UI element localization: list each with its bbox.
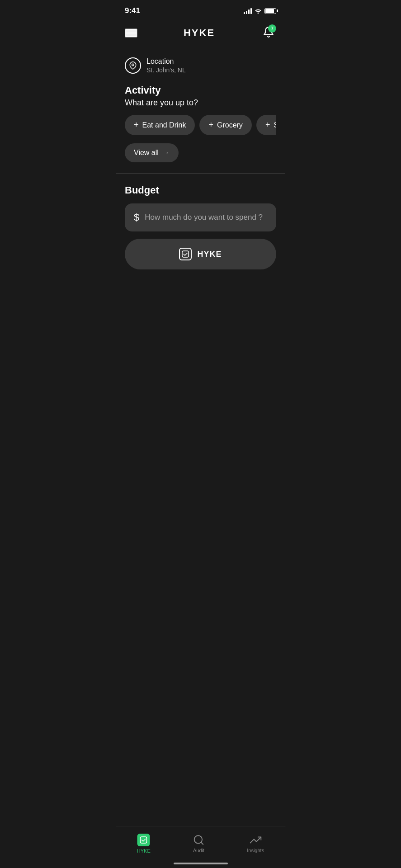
- notification-badge: 7: [268, 24, 276, 33]
- hamburger-line: [126, 29, 137, 30]
- menu-button[interactable]: [125, 28, 137, 38]
- status-icons: [244, 8, 276, 14]
- section-divider: [116, 173, 285, 174]
- signal-icon: [244, 8, 252, 14]
- pin-icon: [129, 61, 137, 70]
- activity-title: Activity: [125, 85, 276, 96]
- pill-shopping[interactable]: + Shopping: [256, 115, 276, 135]
- status-time: 9:41: [125, 6, 140, 15]
- budget-input-wrapper: $: [125, 203, 276, 231]
- location-label: Location: [146, 57, 186, 66]
- battery-icon: [264, 8, 276, 14]
- location-text: Location St. John's, NL: [146, 57, 186, 74]
- app-title: HYKE: [184, 27, 215, 39]
- header: HYKE 7: [116, 20, 285, 50]
- pill-label: Shopping: [274, 121, 276, 129]
- notification-button[interactable]: 7: [261, 24, 276, 41]
- dollar-sign-icon: $: [134, 212, 139, 223]
- status-bar: 9:41: [116, 0, 285, 20]
- location-section: Location St. John's, NL: [125, 50, 276, 85]
- budget-input[interactable]: [145, 213, 267, 222]
- hyke-logo-icon: [179, 248, 192, 260]
- location-pin-icon: [125, 57, 141, 74]
- view-all-button[interactable]: View all →: [125, 143, 179, 162]
- plus-icon: +: [134, 120, 139, 130]
- view-all-label: View all: [134, 149, 159, 157]
- hamburger-line: [126, 36, 137, 37]
- view-all-arrow: →: [162, 149, 170, 157]
- budget-section: Budget $ HYKE: [125, 184, 276, 280]
- hyke-button[interactable]: HYKE: [125, 239, 276, 269]
- main-content: Location St. John's, NL Activity What ar…: [116, 50, 285, 280]
- hyke-icon-svg: [182, 250, 189, 258]
- pill-label: Grocery: [217, 121, 243, 129]
- location-value: St. John's, NL: [146, 66, 186, 74]
- activity-pills: + Eat and Drink + Grocery + Shopping: [125, 115, 276, 137]
- plus-icon: +: [208, 120, 213, 130]
- activity-subtitle: What are you up to?: [125, 98, 276, 108]
- svg-rect-1: [182, 251, 189, 257]
- plus-icon: +: [265, 120, 270, 130]
- hamburger-line: [126, 33, 137, 33]
- hyke-button-label: HYKE: [197, 250, 222, 259]
- svg-point-0: [132, 64, 134, 66]
- pill-eat-drink[interactable]: + Eat and Drink: [125, 115, 195, 135]
- budget-title: Budget: [125, 184, 276, 196]
- activity-section: Activity What are you up to? + Eat and D…: [125, 85, 276, 173]
- pill-grocery[interactable]: + Grocery: [199, 115, 251, 135]
- pill-label: Eat and Drink: [142, 121, 186, 129]
- wifi-icon: [255, 8, 262, 14]
